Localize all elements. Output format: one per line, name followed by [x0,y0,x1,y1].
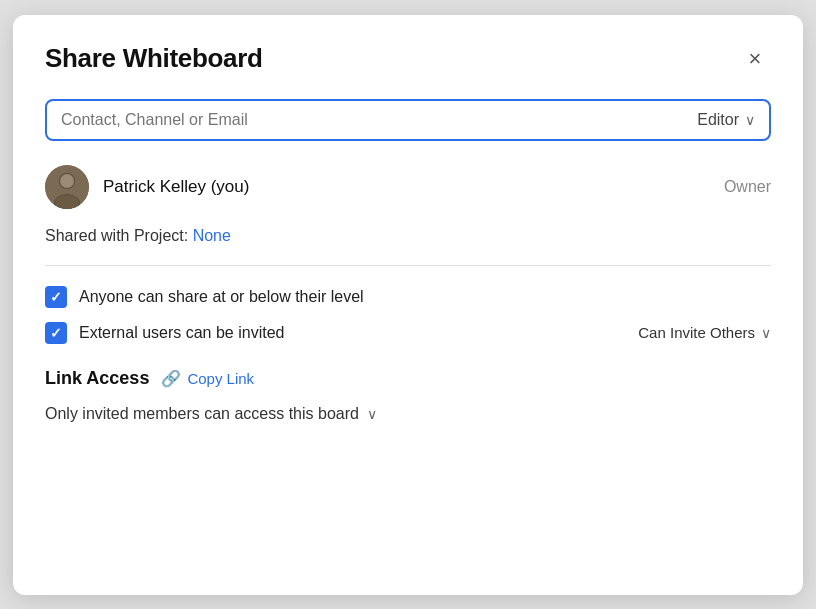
shared-with-value[interactable]: None [193,227,231,244]
external-users-label: External users can be invited [79,324,618,342]
avatar-image [45,165,89,209]
shared-with-label: Shared with Project: [45,227,188,244]
invite-chevron-icon: ∨ [761,325,771,341]
invite-dropdown-label: Can Invite Others [638,324,755,341]
search-row: Editor ∨ [45,99,771,141]
share-level-row: ✓ Anyone can share at or below their lev… [45,286,771,308]
shared-with-row: Shared with Project: None [45,227,771,245]
share-level-checkbox[interactable]: ✓ [45,286,67,308]
link-access-title: Link Access [45,368,149,389]
access-dropdown-row[interactable]: Only invited members can access this boa… [45,405,771,423]
external-users-row: ✓ External users can be invited Can Invi… [45,322,771,344]
user-name: Patrick Kelley (you) [103,177,724,197]
checkmark-icon-2: ✓ [50,325,62,341]
link-access-section: Link Access 🔗 Copy Link Only invited mem… [45,368,771,423]
access-chevron-icon: ∨ [367,406,377,422]
dialog-header: Share Whiteboard × [45,43,771,75]
share-dialog: Share Whiteboard × Editor ∨ Patrick Kel [13,15,803,595]
external-users-checkbox[interactable]: ✓ [45,322,67,344]
invite-dropdown[interactable]: Can Invite Others ∨ [638,324,771,341]
share-level-label: Anyone can share at or below their level [79,288,771,306]
svg-point-3 [60,174,74,188]
copy-link-label: Copy Link [187,370,254,387]
access-option-label: Only invited members can access this boa… [45,405,359,423]
close-button[interactable]: × [739,43,771,75]
editor-label: Editor [697,111,739,129]
editor-dropdown[interactable]: Editor ∨ [697,111,755,129]
avatar [45,165,89,209]
user-role: Owner [724,178,771,196]
divider [45,265,771,266]
link-access-header: Link Access 🔗 Copy Link [45,368,771,389]
link-icon: 🔗 [161,369,181,388]
search-input[interactable] [61,111,697,129]
dialog-title: Share Whiteboard [45,43,263,74]
chevron-down-icon: ∨ [745,112,755,128]
user-row: Patrick Kelley (you) Owner [45,165,771,209]
checkmark-icon: ✓ [50,289,62,305]
copy-link-button[interactable]: 🔗 Copy Link [161,369,254,388]
